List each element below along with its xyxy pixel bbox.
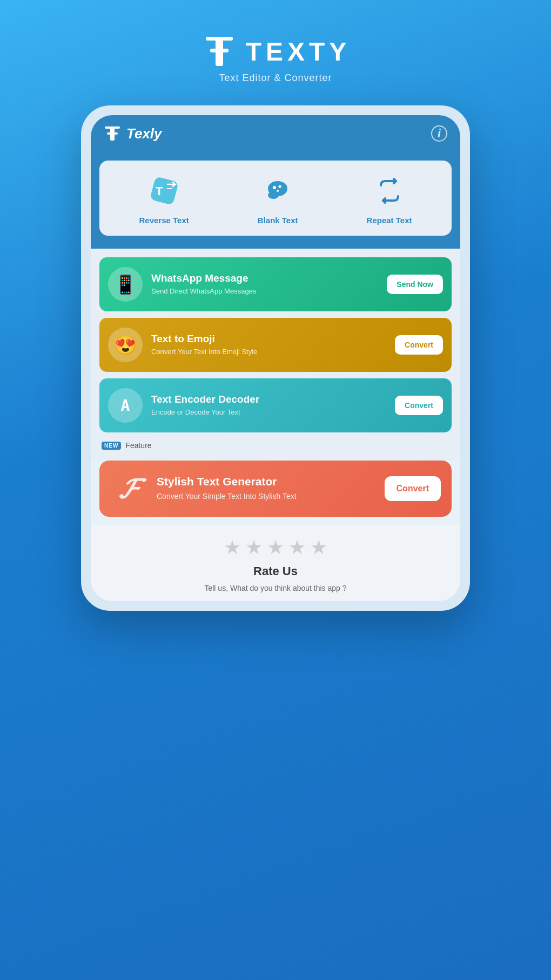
phone-frame: Texly i T Re bbox=[81, 105, 470, 611]
tools-section: T Reverse Text bbox=[91, 152, 460, 249]
tools-card: T Reverse Text bbox=[99, 161, 452, 236]
emoji-convert-button[interactable]: Convert bbox=[395, 335, 443, 355]
tool-repeat[interactable]: Repeat Text bbox=[367, 171, 412, 225]
phone-inner: Texly i T Re bbox=[91, 115, 460, 601]
whatsapp-send-button[interactable]: Send Now bbox=[387, 275, 443, 294]
reverse-text-icon: T bbox=[148, 175, 180, 207]
logo-title: TEXTY bbox=[246, 37, 351, 66]
star-5[interactable]: ★ bbox=[310, 536, 327, 559]
repeat-icon-wrap bbox=[370, 171, 409, 210]
star-4[interactable]: ★ bbox=[288, 536, 306, 559]
stylish-desc: Convert Your Simple Text Into Stylish Te… bbox=[157, 491, 376, 502]
features-section: 📱 WhatsApp Message Send Direct WhatsApp … bbox=[91, 249, 460, 461]
whatsapp-title: WhatsApp Message bbox=[151, 272, 378, 284]
encoder-desc: Encode or Decode Your Text bbox=[151, 408, 386, 417]
rate-section: ★ ★ ★ ★ ★ Rate Us Tell us, What do you t… bbox=[91, 525, 460, 601]
app-header-title: Texly bbox=[126, 125, 162, 142]
app-header-left: Texly bbox=[104, 125, 162, 142]
emoji-info: Text to Emoji Convert Your Text Into Emo… bbox=[151, 333, 386, 357]
reverse-icon-wrap: T bbox=[145, 171, 184, 210]
tool-reverse[interactable]: T Reverse Text bbox=[139, 171, 189, 225]
blank-text-label: Blank Text bbox=[258, 216, 298, 225]
star-1[interactable]: ★ bbox=[224, 536, 241, 559]
stylish-icon: 𝓕 bbox=[110, 472, 148, 505]
encoder-info: Text Encoder Decoder Encode or Decode Yo… bbox=[151, 394, 386, 417]
whatsapp-card: 📱 WhatsApp Message Send Direct WhatsApp … bbox=[99, 257, 452, 311]
rate-title: Rate Us bbox=[253, 564, 298, 578]
encoder-title: Text Encoder Decoder bbox=[151, 394, 386, 405]
new-feature-label: Feature bbox=[125, 441, 151, 450]
rate-subtitle: Tell us, What do you think about this ap… bbox=[204, 584, 346, 592]
whatsapp-info: WhatsApp Message Send Direct WhatsApp Me… bbox=[151, 272, 378, 296]
new-feature-row: NEW Feature bbox=[99, 439, 452, 452]
whatsapp-icon: 📱 bbox=[108, 267, 143, 302]
app-header: Texly i bbox=[91, 115, 460, 152]
star-2[interactable]: ★ bbox=[245, 536, 263, 559]
svg-point-11 bbox=[279, 185, 281, 188]
svg-rect-6 bbox=[150, 176, 179, 205]
blank-icon-wrap bbox=[258, 171, 297, 210]
svg-rect-5 bbox=[107, 132, 118, 135]
tool-blank[interactable]: Blank Text bbox=[258, 171, 298, 225]
svg-point-9 bbox=[268, 191, 279, 199]
stylish-info: Stylish Text Generator Convert Your Simp… bbox=[157, 475, 376, 502]
top-logo-section: TEXTY Text Editor & Converter bbox=[200, 32, 351, 84]
stylish-convert-button[interactable]: Convert bbox=[385, 476, 441, 501]
stars-row[interactable]: ★ ★ ★ ★ ★ bbox=[224, 536, 327, 559]
emoji-desc: Convert Your Text Into Emoji Style bbox=[151, 347, 386, 357]
encoder-convert-button[interactable]: Convert bbox=[395, 396, 443, 415]
new-badge: NEW bbox=[102, 442, 121, 450]
emoji-title: Text to Emoji bbox=[151, 333, 386, 345]
stylish-title: Stylish Text Generator bbox=[157, 475, 376, 488]
whatsapp-desc: Send Direct WhatsApp Messages bbox=[151, 286, 378, 296]
svg-point-12 bbox=[277, 190, 279, 192]
svg-text:T: T bbox=[156, 184, 163, 198]
emoji-icon: 😍 bbox=[108, 328, 143, 362]
svg-rect-2 bbox=[210, 49, 229, 52]
reverse-text-label: Reverse Text bbox=[139, 216, 189, 225]
encoder-card: A Text Encoder Decoder Encode or Decode … bbox=[99, 378, 452, 432]
repeat-text-icon bbox=[373, 175, 406, 207]
star-3[interactable]: ★ bbox=[267, 536, 284, 559]
header-logo-icon bbox=[104, 125, 121, 142]
encoder-icon: A bbox=[108, 388, 143, 423]
texty-logo-icon bbox=[200, 32, 238, 70]
stylish-banner: 𝓕 Stylish Text Generator Convert Your Si… bbox=[99, 461, 452, 517]
blank-text-icon bbox=[261, 175, 294, 207]
emoji-card: 😍 Text to Emoji Convert Your Text Into E… bbox=[99, 318, 452, 372]
repeat-text-label: Repeat Text bbox=[367, 216, 412, 225]
logo-subtitle: Text Editor & Converter bbox=[219, 72, 332, 84]
svg-point-10 bbox=[273, 186, 276, 189]
info-icon[interactable]: i bbox=[431, 125, 447, 142]
